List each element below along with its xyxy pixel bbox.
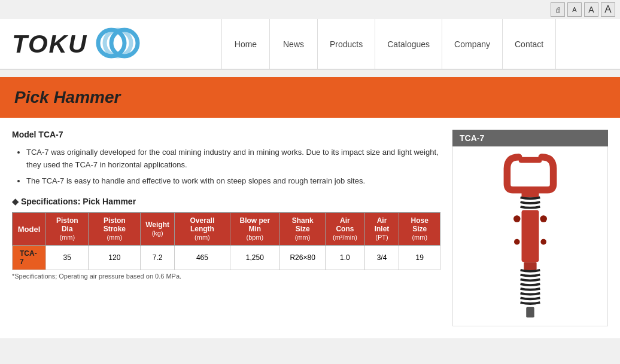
page-banner: Pick Hammer (0, 77, 620, 118)
col-piston-stroke: Piston Stroke(mm) (89, 213, 141, 246)
cell-piston-stroke: 120 (89, 246, 141, 270)
svg-point-8 (514, 239, 520, 245)
content-right: TCA-7 (452, 130, 608, 326)
col-air-inlet: Air Inlet(PT) (364, 213, 399, 246)
svg-rect-11 (526, 307, 534, 317)
header: TOKU Home News Products Catalogues Compa… (0, 19, 620, 70)
table-header-row: Model Piston Dia(mm) Piston Stroke(mm) W… (13, 213, 440, 246)
svg-point-7 (540, 215, 547, 222)
print-icon[interactable]: 🖨 (551, 2, 565, 17)
specs-title: Specifications: Pick Hammer (12, 197, 440, 206)
svg-rect-3 (519, 157, 542, 163)
svg-point-6 (513, 215, 521, 222)
svg-rect-5 (522, 210, 539, 262)
cell-weight: 7.2 (141, 246, 175, 270)
font-large-button[interactable]: A (601, 2, 615, 17)
model-title: Model TCA-7 (12, 130, 440, 139)
col-piston-dia: Piston Dia(mm) (46, 213, 89, 246)
product-label: TCA-7 (452, 130, 608, 146)
cell-model: TCA-7 (13, 246, 46, 270)
col-shank-size: Shank Size(mm) (279, 213, 325, 246)
logo-area: TOKU (0, 19, 221, 69)
table-row: TCA-7 35 120 7.2 465 1,250 R26×80 1.0 3/… (13, 246, 440, 270)
col-overall-length: Overall Length(mm) (175, 213, 230, 246)
main-content: Model TCA-7 TCA-7 was originally develop… (0, 118, 620, 338)
product-image-area (452, 146, 608, 326)
cell-air-cons: 1.0 (326, 246, 364, 270)
cell-piston-dia: 35 (46, 246, 89, 270)
banner-title: Pick Hammer (14, 88, 606, 107)
specs-table: Model Piston Dia(mm) Piston Stroke(mm) W… (12, 212, 440, 270)
nav-catalogues[interactable]: Catalogues (375, 19, 442, 69)
svg-rect-10 (524, 262, 536, 270)
col-air-cons: Air Cons(m³/min) (326, 213, 364, 246)
cell-overall-length: 465 (175, 246, 230, 270)
font-small-button[interactable]: A (567, 2, 582, 17)
svg-rect-4 (522, 187, 539, 197)
list-item: The TCA-7 is easy to handle and effectiv… (26, 175, 440, 188)
nav-company[interactable]: Company (442, 19, 503, 69)
description-list: TCA-7 was originally developed for the c… (12, 146, 440, 187)
col-model: Model (13, 213, 46, 246)
col-hose-size: Hose Size(mm) (399, 213, 440, 246)
content-left: Model TCA-7 TCA-7 was originally develop… (12, 130, 440, 326)
nav-news[interactable]: News (270, 19, 318, 69)
nav-contact[interactable]: Contact (503, 19, 556, 69)
logo-icon (93, 25, 147, 63)
col-weight: Weight(kg) (141, 213, 175, 246)
cell-hose-size: 19 (399, 246, 440, 270)
list-item: TCA-7 was originally developed for the c… (26, 146, 440, 172)
specs-note: *Specifications; Operating air pressure … (12, 273, 440, 280)
logo-text: TOKU (12, 30, 87, 59)
top-bar: 🖨 A A A (0, 0, 620, 19)
col-blow-per-min: Blow per Min(bpm) (230, 213, 279, 246)
nav-products[interactable]: Products (318, 19, 375, 69)
nav-home[interactable]: Home (222, 19, 270, 69)
cell-shank-size: R26×80 (279, 246, 325, 270)
product-image (491, 152, 569, 320)
font-medium-button[interactable]: A (584, 2, 598, 17)
svg-point-9 (540, 239, 546, 245)
cell-air-inlet: 3/4 (364, 246, 399, 270)
cell-blow-per-min: 1,250 (230, 246, 279, 270)
main-nav: Home News Products Catalogues Company Co… (221, 19, 620, 69)
